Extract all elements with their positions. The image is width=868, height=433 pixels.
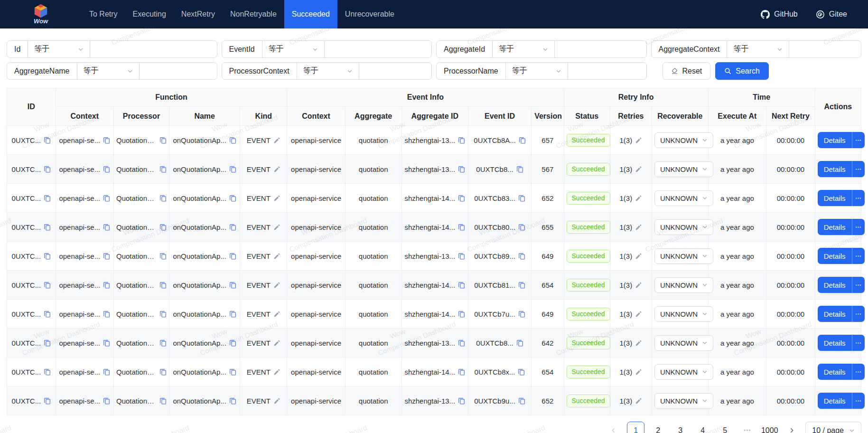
details-button[interactable]: Details — [818, 161, 865, 177]
tab-executing[interactable]: Executing — [125, 0, 174, 28]
recoverable-select[interactable]: UNKNOWN — [654, 306, 713, 322]
copy-icon[interactable] — [44, 137, 51, 144]
edit-retries-icon[interactable] — [635, 339, 642, 347]
edit-kind-icon[interactable] — [273, 311, 280, 318]
copy-icon[interactable] — [44, 253, 51, 260]
edit-retries-icon[interactable] — [635, 224, 642, 231]
copy-icon[interactable] — [103, 166, 110, 173]
filter-aggregatecontext-operator-select[interactable]: 等于 — [727, 41, 789, 57]
copy-icon[interactable] — [516, 166, 523, 173]
copy-icon[interactable] — [44, 368, 51, 376]
copy-icon[interactable] — [159, 166, 167, 173]
copy-icon[interactable] — [518, 282, 525, 289]
filter-aggregatecontext-input[interactable] — [789, 41, 861, 57]
copy-icon[interactable] — [103, 253, 110, 260]
details-button[interactable]: Details — [818, 364, 865, 380]
copy-icon[interactable] — [229, 339, 236, 347]
copy-icon[interactable] — [458, 137, 465, 144]
github-link[interactable]: GitHub — [761, 10, 798, 19]
copy-icon[interactable] — [518, 311, 525, 318]
edit-kind-icon[interactable] — [273, 195, 280, 202]
copy-icon[interactable] — [458, 368, 465, 376]
edit-kind-icon[interactable] — [273, 282, 280, 289]
copy-icon[interactable] — [103, 224, 110, 231]
recoverable-select[interactable]: UNKNOWN — [654, 132, 713, 148]
copy-icon[interactable] — [103, 368, 110, 376]
filter-aggregatename-operator-select[interactable]: 等于 — [77, 63, 140, 79]
details-more-button[interactable] — [852, 190, 865, 206]
filter-aggregateid-input[interactable] — [555, 41, 646, 57]
copy-icon[interactable] — [229, 253, 236, 260]
edit-kind-icon[interactable] — [273, 253, 280, 260]
details-label[interactable]: Details — [818, 190, 852, 206]
edit-kind-icon[interactable] — [273, 224, 280, 231]
copy-icon[interactable] — [518, 253, 525, 260]
copy-icon[interactable] — [44, 339, 51, 347]
search-button[interactable]: Search — [715, 62, 769, 80]
tab-succeeded[interactable]: Succeeded — [284, 0, 337, 28]
page-button-2[interactable]: 2 — [649, 422, 667, 433]
copy-icon[interactable] — [458, 195, 465, 202]
edit-retries-icon[interactable] — [635, 368, 642, 376]
details-button[interactable]: Details — [818, 219, 865, 235]
copy-icon[interactable] — [518, 224, 525, 231]
copy-icon[interactable] — [458, 282, 465, 289]
filter-processorcontext-operator-select[interactable]: 等于 — [297, 63, 359, 79]
recoverable-select[interactable]: UNKNOWN — [654, 335, 713, 351]
filter-id-operator-select[interactable]: 等于 — [28, 41, 90, 57]
copy-icon[interactable] — [458, 397, 465, 405]
copy-icon[interactable] — [159, 397, 167, 405]
details-more-button[interactable] — [852, 132, 865, 148]
page-button-4[interactable]: 4 — [694, 422, 711, 433]
gitee-link[interactable]: Gitee — [816, 10, 847, 19]
copy-icon[interactable] — [458, 253, 465, 260]
details-button[interactable]: Details — [818, 190, 865, 206]
copy-icon[interactable] — [159, 137, 167, 144]
copy-icon[interactable] — [44, 397, 51, 405]
recoverable-select[interactable]: UNKNOWN — [654, 364, 713, 380]
edit-retries-icon[interactable] — [635, 282, 642, 289]
copy-icon[interactable] — [516, 339, 523, 347]
details-button[interactable]: Details — [818, 306, 865, 322]
copy-icon[interactable] — [103, 195, 110, 202]
details-more-button[interactable] — [852, 219, 865, 235]
filter-processorcontext-input[interactable] — [359, 63, 431, 79]
copy-icon[interactable] — [229, 368, 236, 376]
prev-page-button[interactable] — [605, 422, 622, 433]
details-more-button[interactable] — [852, 248, 865, 264]
copy-icon[interactable] — [44, 282, 51, 289]
edit-retries-icon[interactable] — [635, 166, 642, 173]
copy-icon[interactable] — [229, 195, 236, 202]
page-button-last[interactable]: 1000 — [761, 422, 778, 433]
copy-icon[interactable] — [229, 282, 236, 289]
copy-icon[interactable] — [458, 339, 465, 347]
copy-icon[interactable] — [229, 397, 236, 405]
copy-icon[interactable] — [159, 368, 167, 376]
logo[interactable]: Wow — [0, 0, 82, 28]
copy-icon[interactable] — [458, 166, 465, 173]
edit-kind-icon[interactable] — [273, 397, 280, 405]
page-button-3[interactable]: 3 — [672, 422, 689, 433]
recoverable-select[interactable]: UNKNOWN — [654, 393, 713, 409]
tab-unrecoverable[interactable]: Unrecoverable — [337, 0, 402, 28]
copy-icon[interactable] — [518, 195, 525, 202]
copy-icon[interactable] — [159, 311, 167, 318]
details-more-button[interactable] — [852, 306, 865, 322]
filter-id-input[interactable] — [90, 41, 216, 57]
details-label[interactable]: Details — [818, 161, 852, 177]
filter-processorname-input[interactable] — [568, 63, 646, 79]
recoverable-select[interactable]: UNKNOWN — [654, 161, 713, 177]
tab-to-retry[interactable]: To Retry — [82, 0, 125, 28]
tab-nonretryable[interactable]: NonRetryable — [223, 0, 284, 28]
details-label[interactable]: Details — [818, 335, 852, 351]
details-more-button[interactable] — [852, 277, 865, 293]
next-page-button[interactable] — [783, 422, 801, 433]
copy-icon[interactable] — [229, 311, 236, 318]
copy-icon[interactable] — [229, 166, 236, 173]
edit-kind-icon[interactable] — [273, 166, 280, 173]
filter-aggregateid-operator-select[interactable]: 等于 — [493, 41, 555, 57]
reset-button[interactable]: Reset — [663, 62, 711, 80]
filter-processorname-operator-select[interactable]: 等于 — [506, 63, 568, 79]
details-label[interactable]: Details — [818, 364, 852, 380]
details-label[interactable]: Details — [818, 306, 852, 322]
